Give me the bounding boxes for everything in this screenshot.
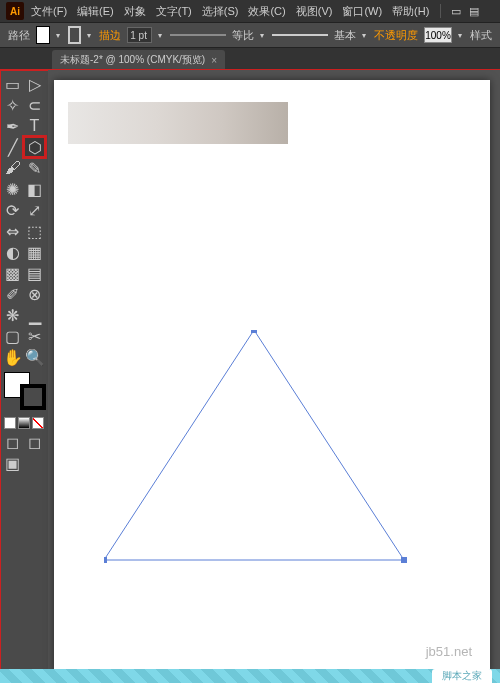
stroke-weight-dropdown-icon[interactable]: ▾ xyxy=(158,31,164,40)
free-transform-tool[interactable]: ⬚ xyxy=(24,221,45,241)
color-mode-gradient[interactable] xyxy=(18,417,30,429)
triangle-path[interactable] xyxy=(104,330,414,570)
slice-tool[interactable]: ✂ xyxy=(24,326,45,346)
menu-separator xyxy=(440,4,441,18)
rotate-tool[interactable]: ⟳ xyxy=(2,200,23,220)
perspective-tool[interactable]: ▦ xyxy=(24,242,45,262)
brush-def[interactable] xyxy=(272,28,328,42)
opacity-label[interactable]: 不透明度 xyxy=(374,28,418,43)
menu-type[interactable]: 文字(T) xyxy=(153,2,195,21)
graph-tool[interactable]: ▁ xyxy=(24,305,45,325)
artboard-tool[interactable]: ▢ xyxy=(2,326,23,346)
hand-tool[interactable]: ✋ xyxy=(2,347,23,367)
fill-stroke-control[interactable] xyxy=(4,372,46,410)
watermark-url: jb51.net xyxy=(426,644,472,659)
stroke-color-icon[interactable] xyxy=(20,384,46,410)
fill-dropdown-icon[interactable]: ▾ xyxy=(56,31,62,40)
stroke-label[interactable]: 描边 xyxy=(99,28,121,43)
menu-window[interactable]: 窗口(W) xyxy=(339,2,385,21)
menu-file[interactable]: 文件(F) xyxy=(28,2,70,21)
close-icon[interactable]: × xyxy=(211,55,217,66)
profile-label: 等比 xyxy=(232,28,254,43)
screen-mode-button[interactable]: ▣ xyxy=(2,453,23,473)
gradient-tool[interactable]: ▤ xyxy=(24,263,45,283)
menu-view[interactable]: 视图(V) xyxy=(293,2,336,21)
footer-label: 脚本之家 xyxy=(432,669,492,683)
menu-edit[interactable]: 编辑(E) xyxy=(74,2,117,21)
draw-mode-behind[interactable]: ◻ xyxy=(24,432,45,452)
triangle-shape[interactable] xyxy=(104,330,404,560)
placeholder-image xyxy=(68,102,288,144)
app-logo-icon: Ai xyxy=(6,2,24,20)
menu-select[interactable]: 选择(S) xyxy=(199,2,242,21)
document-tab[interactable]: 未标题-2* @ 100% (CMYK/预览) × xyxy=(52,50,225,70)
anchor-point-top[interactable] xyxy=(251,330,257,333)
scale-tool[interactable]: ⤢ xyxy=(24,200,45,220)
menu-effect[interactable]: 效果(C) xyxy=(245,2,288,21)
shape-builder-tool[interactable]: ◐ xyxy=(2,242,23,262)
color-mode-solid[interactable] xyxy=(4,417,16,429)
document-tab-bar: 未标题-2* @ 100% (CMYK/预览) × xyxy=(0,48,500,70)
opacity-dropdown-icon[interactable]: ▾ xyxy=(458,31,464,40)
line-segment-tool[interactable]: ╱ xyxy=(2,137,23,157)
document-tab-title: 未标题-2* @ 100% (CMYK/预览) xyxy=(60,53,205,67)
canvas-area[interactable]: jb51.net xyxy=(48,70,500,683)
color-mode-none[interactable] xyxy=(32,417,44,429)
layout-icon[interactable]: ▭ xyxy=(449,4,463,18)
main-workspace: ▭▷ ✧⊂ ✒T ╱⬡ 🖌✎ ✺◧ ⟳⤢ ⇔⬚ ◐▦ ▩▤ ✐⊗ ❋▁ ▢✂ ✋… xyxy=(0,70,500,683)
width-profile[interactable] xyxy=(170,28,226,42)
menu-bar: Ai 文件(F) 编辑(E) 对象 文字(T) 选择(S) 效果(C) 视图(V… xyxy=(0,0,500,22)
direct-selection-tool[interactable]: ▷ xyxy=(24,74,45,94)
menu-help[interactable]: 帮助(H) xyxy=(389,2,432,21)
stroke-dropdown-icon[interactable]: ▾ xyxy=(87,31,93,40)
shape-tool[interactable]: ⬡ xyxy=(24,137,45,157)
menu-object[interactable]: 对象 xyxy=(121,2,149,21)
pen-tool[interactable]: ✒ xyxy=(2,116,23,136)
artboard[interactable]: jb51.net xyxy=(54,80,490,673)
anchor-point-left[interactable] xyxy=(104,557,107,563)
pencil-tool[interactable]: ✎ xyxy=(24,158,45,178)
width-tool[interactable]: ⇔ xyxy=(2,221,23,241)
color-mode-row xyxy=(2,415,46,431)
arrange-icon[interactable]: ▤ xyxy=(467,4,481,18)
opacity-input[interactable]: 100% xyxy=(424,27,452,43)
object-type-label: 路径 xyxy=(8,28,30,43)
control-bar: 路径 ▾ ▾ 描边 1 pt ▾ 等比 ▾ 基本 ▾ 不透明度 100% ▾ 样… xyxy=(0,22,500,48)
eyedropper-tool[interactable]: ✐ xyxy=(2,284,23,304)
fill-swatch[interactable] xyxy=(36,26,50,44)
stroke-swatch[interactable] xyxy=(68,26,81,44)
toolbox: ▭▷ ✧⊂ ✒T ╱⬡ 🖌✎ ✺◧ ⟳⤢ ⇔⬚ ◐▦ ▩▤ ✐⊗ ❋▁ ▢✂ ✋… xyxy=(0,70,48,683)
selection-tool[interactable]: ▭ xyxy=(2,74,23,94)
eraser-tool[interactable]: ◧ xyxy=(24,179,45,199)
lasso-tool[interactable]: ⊂ xyxy=(24,95,45,115)
draw-mode-normal[interactable]: ◻ xyxy=(2,432,23,452)
zoom-tool[interactable]: 🔍 xyxy=(24,347,45,367)
symbol-sprayer-tool[interactable]: ❋ xyxy=(2,305,23,325)
magic-wand-tool[interactable]: ✧ xyxy=(2,95,23,115)
type-tool[interactable]: T xyxy=(24,116,45,136)
anchor-point-right[interactable] xyxy=(401,557,407,563)
style-panel-label[interactable]: 样式 xyxy=(470,28,492,43)
brush-label: 基本 xyxy=(334,28,356,43)
blob-brush-tool[interactable]: ✺ xyxy=(2,179,23,199)
paintbrush-tool[interactable]: 🖌 xyxy=(2,158,23,178)
blend-tool[interactable]: ⊗ xyxy=(24,284,45,304)
profile-dropdown-icon[interactable]: ▾ xyxy=(260,31,266,40)
brush-dropdown-icon[interactable]: ▾ xyxy=(362,31,368,40)
mesh-tool[interactable]: ▩ xyxy=(2,263,23,283)
footer-decoration xyxy=(0,669,500,683)
stroke-weight-input[interactable]: 1 pt xyxy=(127,27,151,43)
